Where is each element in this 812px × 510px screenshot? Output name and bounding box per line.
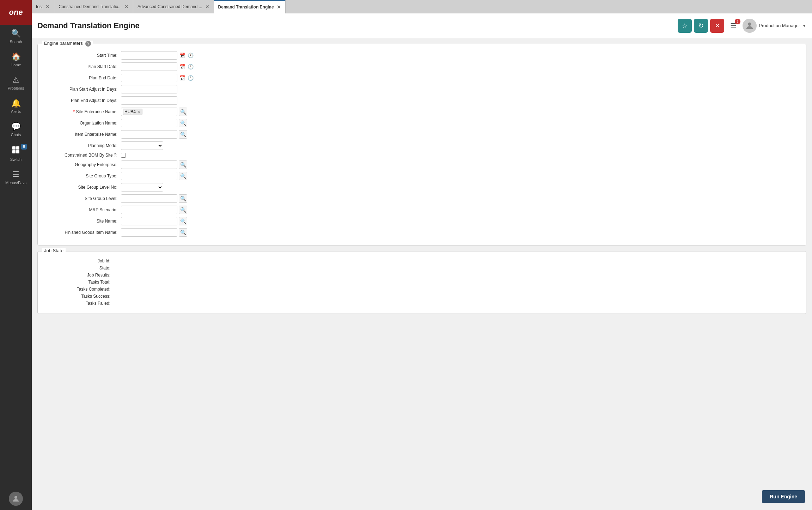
close-button[interactable]: ✕ <box>710 19 724 33</box>
sidebar-item-label: Alerts <box>11 109 21 114</box>
svg-rect-3 <box>16 150 19 153</box>
clock-icon[interactable]: 🕐 <box>187 51 194 59</box>
site-group-type-search-button[interactable]: 🔍 <box>179 172 187 180</box>
tab-close-advanced[interactable]: ✕ <box>205 4 209 9</box>
search-icon: 🔍 <box>11 29 21 38</box>
organization-name-search-button[interactable]: 🔍 <box>179 119 187 127</box>
engine-parameters-legend: Engine parameters ? <box>42 41 93 47</box>
job-id-row: Job Id: <box>43 259 800 263</box>
calendar-icon[interactable]: 📅 <box>178 51 186 59</box>
page-title: Demand Translation Engine <box>37 21 678 30</box>
geography-enterprise-input[interactable] <box>121 160 177 169</box>
sidebar-item-switch[interactable]: ☰ Switch <box>0 141 32 166</box>
menu-button[interactable]: ☰ 1 <box>726 19 740 33</box>
site-enterprise-search-button[interactable]: 🔍 <box>179 108 187 116</box>
main-area: test ✕ Constrained Demand Translatio... … <box>32 0 812 510</box>
sidebar-item-alerts[interactable]: 🔔 Alerts <box>0 95 32 118</box>
tab-advanced[interactable]: Advanced Constrained Demand ... ✕ <box>133 0 214 13</box>
site-name-search-button[interactable]: 🔍 <box>179 217 187 225</box>
item-enterprise-search-button[interactable]: 🔍 <box>179 130 187 139</box>
content-area: Engine parameters ? Start Time: 📅 🕐 Plan… <box>32 38 812 510</box>
notification-badge: 1 <box>735 19 740 24</box>
organization-name-label: Organization Name: <box>43 121 121 126</box>
switch-icon <box>12 145 20 156</box>
tasks-total-row: Tasks Total: <box>43 280 800 285</box>
site-group-level-no-select[interactable] <box>121 183 163 192</box>
star-button[interactable]: ☆ <box>678 19 692 33</box>
plan-end-adjust-input[interactable] <box>121 96 177 105</box>
sidebar-item-label: Search <box>10 40 22 44</box>
run-engine-button[interactable]: Run Engine <box>762 490 805 503</box>
plan-start-adjust-label: Plan Start Adjust In Days: <box>43 87 121 92</box>
sidebar-item-label: Chats <box>11 133 21 137</box>
item-enterprise-name-label: Item Enterprise Name: <box>43 132 121 137</box>
organization-name-row: Organization Name: 🔍 <box>43 119 800 127</box>
header-bar: Demand Translation Engine ☆ ↻ ✕ ☰ 1 Prod… <box>32 13 812 38</box>
sidebar-item-search[interactable]: 🔍 Search <box>0 25 32 48</box>
tab-bar: test ✕ Constrained Demand Translatio... … <box>32 0 812 13</box>
item-enterprise-name-input[interactable] <box>121 130 177 139</box>
job-id-label: Job Id: <box>43 259 114 263</box>
mrp-scenario-label: MRP Scenario: <box>43 207 121 212</box>
plan-end-date-label: Plan End Date: <box>43 75 121 80</box>
geography-enterprise-search-button[interactable]: 🔍 <box>179 160 187 169</box>
site-group-level-search-button[interactable]: 🔍 <box>179 194 187 203</box>
home-icon: 🏠 <box>11 52 21 61</box>
item-enterprise-name-row: Item Enterprise Name: 🔍 <box>43 130 800 139</box>
site-group-level-no-row: Site Group Level No: <box>43 183 800 192</box>
logo-text: one <box>9 8 23 17</box>
sidebar-item-problems[interactable]: ⚠ Problems <box>0 71 32 95</box>
svg-point-5 <box>748 22 751 25</box>
constrained-bom-checkbox[interactable] <box>121 153 126 158</box>
finished-goods-search-button[interactable]: 🔍 <box>179 228 187 237</box>
organization-name-input[interactable] <box>121 119 177 127</box>
tasks-completed-row: Tasks Completed: <box>43 287 800 292</box>
clock-icon-2[interactable]: 🕐 <box>187 63 194 71</box>
planning-mode-row: Planning Mode: <box>43 141 800 150</box>
switch-badge: ☰ <box>21 144 27 150</box>
site-name-input[interactable] <box>121 217 177 225</box>
sidebar-item-label: Menus/Favs <box>5 181 26 185</box>
tab-close-constrained[interactable]: ✕ <box>124 4 129 9</box>
site-enterprise-name-input-wrapper[interactable]: HUB4 ✕ <box>121 108 177 116</box>
site-group-type-row: Site Group Type: 🔍 <box>43 172 800 180</box>
start-time-input[interactable] <box>121 51 177 60</box>
tab-demand[interactable]: Demand Translation Engine ✕ <box>214 0 286 13</box>
tab-test[interactable]: test ✕ <box>32 0 54 13</box>
job-state-legend: Job State <box>42 248 66 253</box>
user-dropdown[interactable]: Production Manager ▼ <box>759 23 806 28</box>
job-results-row: Job Results: <box>43 273 800 278</box>
plan-start-date-input[interactable] <box>121 62 177 71</box>
tab-close-demand[interactable]: ✕ <box>277 5 281 10</box>
sidebar-item-chats[interactable]: 💬 Chats <box>0 118 32 141</box>
sidebar-item-home[interactable]: 🏠 Home <box>0 48 32 71</box>
tab-close-test[interactable]: ✕ <box>45 4 50 9</box>
site-group-level-input[interactable] <box>121 194 177 203</box>
app-logo[interactable]: one <box>0 0 32 25</box>
user-avatar <box>743 19 757 33</box>
state-row: State: <box>43 266 800 271</box>
clock-icon-3[interactable]: 🕐 <box>187 74 194 82</box>
calendar-icon-2[interactable]: 📅 <box>178 63 186 71</box>
tab-constrained[interactable]: Constrained Demand Translatio... ✕ <box>54 0 133 13</box>
calendar-icon-3[interactable]: 📅 <box>178 74 186 82</box>
finished-goods-input[interactable] <box>121 228 177 237</box>
help-icon[interactable]: ? <box>85 41 91 47</box>
plan-end-date-input[interactable] <box>121 74 177 82</box>
sidebar-item-user-avatar[interactable] <box>0 487 32 510</box>
mrp-scenario-input[interactable] <box>121 206 177 214</box>
sidebar-item-menus[interactable]: ☰ Menus/Favs <box>0 166 32 189</box>
site-group-level-no-label: Site Group Level No: <box>43 185 121 190</box>
plan-start-adjust-input[interactable] <box>121 85 177 93</box>
plan-end-date-row: Plan End Date: 📅 🕐 <box>43 74 800 82</box>
tag-value: HUB4 <box>124 109 136 114</box>
refresh-button[interactable]: ↻ <box>694 19 708 33</box>
start-time-label: Start Time: <box>43 53 121 58</box>
site-enterprise-tag: HUB4 ✕ <box>123 109 142 115</box>
menu-icon: ☰ <box>12 170 19 179</box>
tag-remove-button[interactable]: ✕ <box>137 109 141 114</box>
mrp-scenario-search-button[interactable]: 🔍 <box>179 206 187 214</box>
planning-mode-select[interactable] <box>121 141 163 150</box>
site-group-type-input[interactable] <box>121 172 177 180</box>
sidebar-item-label: Switch <box>10 157 22 162</box>
